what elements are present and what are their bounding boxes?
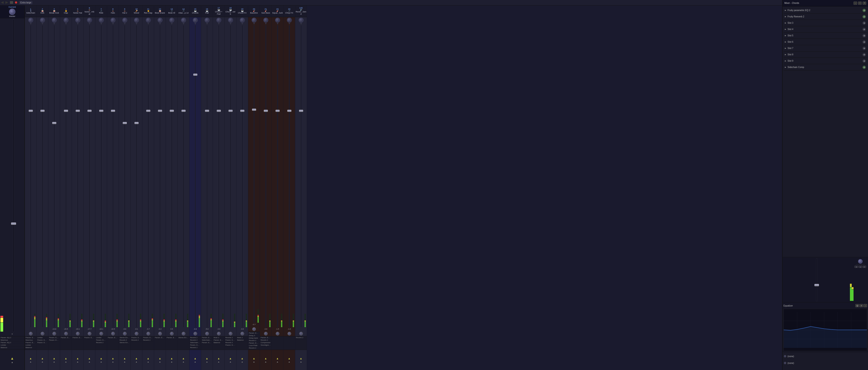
send-arrow-small[interactable]: ▲ [11,361,13,364]
insert-slot[interactable]: Reverb 2 [190,346,201,349]
ch-send-up-18[interactable]: ▲ [229,357,232,360]
ch-header-125[interactable]: 125 🔊 Rever...Send [295,5,307,17]
ch-fader-rail-19[interactable] [242,25,243,328]
forward-icon[interactable] [5,1,8,4]
plugin-power-3[interactable]: ⏻ [863,28,866,31]
ch-header-20[interactable]: 20 🎸 Bassline [248,5,260,17]
insert-slot[interactable]: Param. EQ 2 [37,341,48,344]
insert-slot[interactable]: Reverb 2 [96,341,107,344]
insert-slot[interactable]: Param. EQ 2 [225,339,236,341]
insert-slot[interactable]: Balance [0,346,24,349]
ch-eq-knob-19[interactable] [240,18,245,23]
ch-eq-knob-11[interactable] [146,18,151,23]
plugin-slot-9[interactable]: ▶ Sidechain Comp ⏻ [783,64,867,70]
ch-header-4[interactable]: 4 👏 Clap [60,5,72,17]
ch-header-9[interactable]: 9 🎩 Hat 2 [119,5,130,17]
plugin-power-1[interactable]: ⏻ [863,15,866,18]
insert-slot[interactable]: Param. EQ 2 [60,337,71,339]
ch-pan-knob-22[interactable] [276,332,279,335]
insert-slot[interactable]: Param. EQ 2 [154,337,165,339]
ch-header-11[interactable]: 11 👏 Rev Clap [143,5,154,17]
ch-fader-rail-22[interactable] [277,25,278,328]
insert-slot[interactable]: Param. EQ 2 [248,342,259,344]
plugin-power-7[interactable]: ⏻ [863,53,866,56]
ch-header-22[interactable]: 22 🎸 Squar...luck [272,5,283,17]
eq-expand-btn[interactable]: ↕ [864,304,867,307]
insert-slot[interactable]: Reverb 2 [225,341,236,344]
insert-slot[interactable]: Param. EQ 2 [143,337,154,339]
ch-eq-knob-12[interactable] [158,18,162,23]
ch-header-7[interactable]: 7 🎵 Ride [95,5,107,17]
ch-eq-knob-3[interactable] [52,18,57,23]
ch-fader-handle-11[interactable] [146,110,150,112]
ch-send-up-9[interactable]: ▲ [123,357,126,360]
ch-eq-knob-22[interactable] [275,18,280,23]
ch-fader-handle-7[interactable] [99,110,103,112]
insert-slot[interactable]: Param. EQ 2 [84,337,95,339]
ch-fader-rail-11[interactable] [148,25,149,328]
ch-fader-handle-19[interactable] [240,110,244,112]
ch-header-23[interactable]: 23 🎵 Chop FX [283,5,295,17]
insert-slot[interactable]: Param. EQ 2 [202,341,213,344]
ch-header-16[interactable]: 16 🎹 Pad [201,5,213,17]
ch-header-18[interactable]: 18 🎹 Chord...verb [225,5,236,17]
ch-send-up-2[interactable]: ▲ [41,357,44,360]
insert-slot[interactable]: Param. EQ 2 [96,339,107,341]
insert-slot[interactable]: Reverb 2 [190,337,201,339]
ch-send-down-3[interactable]: ▲ [53,361,55,363]
eq-settings-btn[interactable]: ⚙ [860,304,863,307]
insert-slot[interactable]: Delay bank [248,337,259,339]
insert-slot[interactable]: Limiter [0,344,24,346]
ch-pan-knob-3[interactable] [53,332,56,335]
plugin-power-5[interactable]: ⏻ [863,40,866,43]
ch-fader-handle-3[interactable] [52,122,56,124]
minimize-button[interactable]: – [854,2,857,5]
insert-slot[interactable]: Limiter [25,344,36,346]
master-fader-track[interactable] [13,19,14,332]
insert-slot[interactable]: Stereo Enhancer [119,337,130,339]
insert-slot[interactable]: Param. EQ 2 [0,337,24,339]
plugin-power-9[interactable]: ⏻ [863,66,866,69]
ch-pan-knob-15[interactable] [193,332,197,335]
ch-fader-handle-10[interactable] [134,122,138,124]
ch-send-down-21[interactable]: ▲ [265,361,267,363]
ch-send-down-13[interactable]: ▲ [170,361,173,363]
send-arrow-up[interactable]: ▲ [10,357,14,361]
ch-eq-knob-9[interactable] [122,18,127,23]
insert-slot[interactable]: Reverb 2 [143,339,154,341]
ch-fader-rail-3[interactable] [54,25,55,328]
ch-fader-rail-9[interactable] [124,25,125,328]
ch-fader-handle-13[interactable] [170,110,174,112]
insert-slot[interactable]: Compressor [260,341,271,344]
insert-slot[interactable]: Param. EQ 2 [49,337,60,339]
insert-slot[interactable]: Reverb 2 [190,339,201,341]
ch-fader-rail-125[interactable] [301,25,302,328]
ch-header-13[interactable]: 13 🎵 Beat All [166,5,178,17]
record-icon[interactable] [15,1,17,4]
ch-send-down-17[interactable]: ▲ [218,361,220,363]
ch-send-down-20[interactable]: ▲ [253,361,255,363]
plugin-slot-5[interactable]: ▶ Slot 6 ⏻ [783,39,867,45]
ch-eq-knob-16[interactable] [205,18,210,23]
insert-slot[interactable]: Reverb 2 [248,347,259,349]
ch-fader-rail-16[interactable] [207,25,208,328]
ch-fader-handle-4[interactable] [64,110,68,112]
pan-left-btn[interactable]: ◄ [855,266,858,268]
ch-fader-handle-6[interactable] [88,110,92,112]
ch-fader-handle-20[interactable] [252,109,256,111]
insert-slot[interactable]: Param. EQ 2 [248,332,259,335]
ch-pan-knob-19[interactable] [241,332,244,335]
ch-eq-knob-17[interactable] [216,18,221,23]
ch-fader-handle-125[interactable] [299,110,303,112]
ch-fader-handle-21[interactable] [264,110,268,112]
ch-eq-knob-4[interactable] [64,18,68,23]
ch-send-up-20[interactable]: ▲ [253,357,255,360]
ch-eq-knob-6[interactable] [87,18,92,23]
pan-right-btn[interactable]: ► [863,266,866,268]
insert-slot[interactable]: Balance [237,339,248,341]
pan-knob-right[interactable] [858,259,863,264]
ch-send-down-16[interactable]: ▲ [206,361,208,363]
ch-pan-knob-8[interactable] [111,332,115,335]
insert-slot[interactable]: Soundgoodizer [260,344,271,346]
ch-send-up-23[interactable]: ▲ [288,357,291,360]
